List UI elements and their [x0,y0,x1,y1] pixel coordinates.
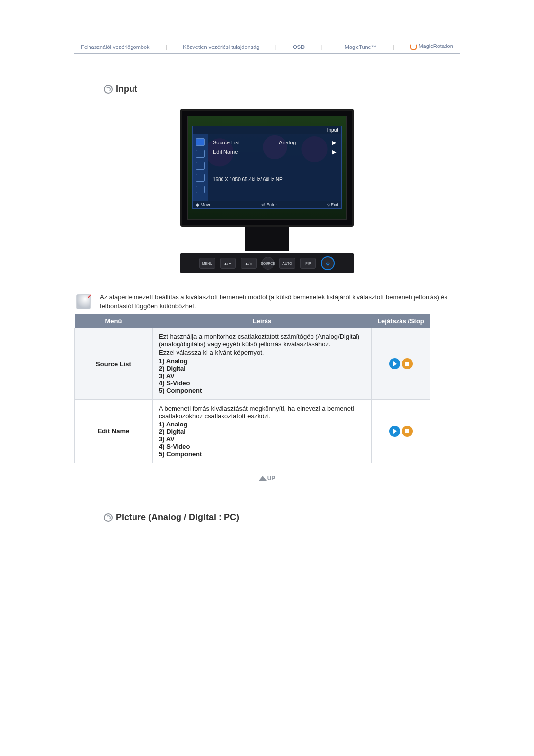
osd-side-icon [196,138,205,146]
osd-foot-move: ◆ Move [196,202,212,207]
osd-foot-enter: ⏎ Enter [261,202,277,207]
table-row: Source List Ezt használja a monitorhoz c… [75,328,430,400]
osd-side-icon [196,162,205,170]
desc-cell: Ezt használja a monitorhoz csatlakoztato… [153,328,372,400]
osd-foot-exit: ⎋ Exit [327,202,338,207]
swoosh-icon: 〰 [338,45,343,50]
table-row: Edit Name A bemeneti forrás kiválasztásá… [75,400,430,463]
arrow-icon: ▶ [332,140,336,146]
monitor-bright-button[interactable]: ▲/☼ [241,258,257,269]
intro-paragraph: Az alapértelmezett beállítás a kiválaszt… [100,293,458,310]
play-button[interactable] [389,358,400,369]
back-to-top-button[interactable]: UP [259,475,276,482]
nav-separator: | [272,44,280,50]
section-divider [104,497,430,497]
osd-panel: Input Source List [192,126,342,209]
menu-cell: Source List [75,328,153,400]
desc-cell: A bemeneti forrás kiválasztását megkönny… [153,400,372,463]
playstop-cell [372,328,430,400]
nav-item-magicrotation[interactable]: MagicRotation [410,43,453,50]
section-heading-input: Input [104,84,430,94]
monitor-auto-button[interactable]: AUTO [279,258,295,269]
osd-side-icon [196,186,205,193]
monitor-updown-button[interactable]: ▲/▼ [220,258,236,269]
osd-row-label: Edit Name [213,149,238,155]
osd-row-value: : Analog [276,140,296,146]
swirl-icon [410,43,417,50]
monitor-source-button[interactable]: SOURCE [262,257,274,270]
monitor-pip-button[interactable]: PIP [300,258,316,269]
nav-item[interactable]: Felhasználói vezérlőgombok [81,44,149,50]
col-header-desc: Leírás [153,314,372,328]
menu-cell: Edit Name [75,400,153,463]
osd-side-icon [196,150,205,158]
monitor-illustration: Input Source List [180,109,354,273]
top-nav: Felhasználói vezérlőgombok | Közvetlen v… [74,40,460,54]
bullet-icon [104,85,113,94]
section-heading-picture: Picture (Analog / Digital : PC) [104,512,430,522]
stop-button[interactable] [402,426,413,437]
arrow-icon: ▶ [332,149,336,155]
nav-separator: | [390,44,397,50]
monitor-menu-button[interactable]: MENU [199,258,215,269]
play-button[interactable] [389,426,400,437]
osd-row-label: Source List [213,140,240,146]
stop-button[interactable] [402,358,413,369]
section-title: Input [116,84,137,94]
monitor-button-bar: MENU ▲/▼ ▲/☼ SOURCE AUTO PIP ⏻ [180,253,354,273]
bullet-icon [104,513,113,522]
nav-item-magictune[interactable]: 〰 MagicTune™ [338,44,377,50]
nav-item-osd[interactable]: OSD [293,44,305,50]
section-title: Picture (Analog / Digital : PC) [116,512,239,522]
note-icon [76,294,91,309]
osd-side-icon [196,174,205,182]
nav-item[interactable]: Közvetlen vezérlési tulajdonság [183,44,259,50]
osd-title: Input [327,127,338,133]
osd-resolution: 1680 X 1050 65.4kHz/ 60Hz NP [213,177,336,182]
col-header-menu: Menü [75,314,153,328]
playstop-cell [372,400,430,463]
monitor-power-button[interactable]: ⏻ [321,256,335,270]
nav-separator: | [163,44,170,50]
nav-separator: | [317,44,325,50]
osd-sidebar [193,134,208,201]
menu-table: Menü Leírás Lejátszás /Stop Source List … [74,314,430,463]
col-header-play: Lejátszás /Stop [372,314,430,328]
